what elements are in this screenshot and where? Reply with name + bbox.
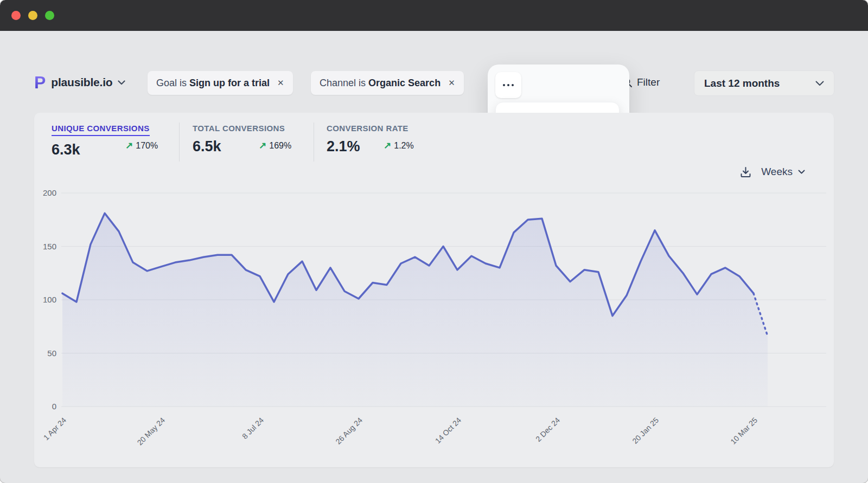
chevron-down-icon (118, 80, 125, 85)
change-value: 169% (269, 141, 291, 151)
y-axis-tick-label: 150 (43, 242, 56, 251)
chevron-down-icon (798, 170, 805, 174)
filter-prefix: Goal is (156, 78, 187, 89)
y-axis-tick-label: 100 (43, 295, 56, 304)
interval-value: Weeks (761, 166, 793, 178)
metric-change: ↗ 169% (259, 140, 291, 151)
chart-controls: Weeks (740, 166, 805, 178)
minimize-window-button[interactable] (28, 11, 37, 20)
filter-pill-goal[interactable]: Goal is Sign up for a trial ✕ (148, 71, 293, 95)
dot-icon (507, 84, 509, 86)
y-axis-tick-label: 200 (43, 188, 56, 197)
dot-icon (512, 84, 514, 86)
filter-pill-channel[interactable]: Channel is Organic Search ✕ (311, 71, 464, 95)
x-axis-tick-label: 2 Dec 24 (534, 416, 561, 443)
remove-filter-icon[interactable]: ✕ (277, 78, 284, 88)
x-axis-tick-label: 14 Oct 24 (433, 416, 463, 445)
app-window: P plausible.io Goal is Sign up for a tri… (0, 0, 868, 483)
interval-select[interactable]: Weeks (761, 166, 805, 178)
filter-value: Organic Search (368, 78, 441, 89)
site-name: plausible.io (51, 76, 112, 89)
filter-label: Filter (637, 76, 660, 88)
metric-label: CONVERSION RATE (327, 124, 409, 133)
y-axis-tick-label: 50 (47, 349, 56, 358)
x-axis-tick-label: 20 May 24 (136, 416, 167, 447)
metric-divider (179, 123, 180, 162)
dot-icon (503, 84, 505, 86)
x-axis-tick-label: 10 Mar 25 (729, 416, 759, 446)
metric-divider (314, 123, 314, 162)
x-axis-tick-label: 26 Aug 24 (334, 416, 364, 446)
change-value: 170% (136, 141, 158, 151)
more-filters-button[interactable] (495, 72, 521, 98)
dashboard-card: 0501001502001 Apr 2420 May 248 Jul 2426 … (34, 113, 834, 467)
plausible-logo-icon: P (34, 74, 46, 91)
x-axis-tick-label: 1 Apr 24 (42, 416, 68, 442)
y-axis-tick-label: 0 (52, 402, 56, 411)
trend-up-icon: ↗ (259, 140, 266, 151)
filter-value: Sign up for a trial (189, 78, 270, 89)
metric-change: ↗ 170% (125, 140, 158, 151)
date-range-select[interactable]: Last 12 months (694, 70, 834, 96)
metric-label: UNIQUE CONVERSIONS (52, 124, 150, 136)
trend-up-icon: ↗ (125, 140, 133, 151)
conversions-chart: 0501001502001 Apr 2420 May 248 Jul 2426 … (34, 113, 834, 467)
site-switcher[interactable]: P plausible.io (34, 74, 125, 91)
filter-prefix: Channel is (320, 78, 366, 89)
remove-filter-icon[interactable]: ✕ (448, 78, 455, 88)
date-range-value: Last 12 months (704, 78, 815, 89)
x-axis-tick-label: 20 Jan 25 (630, 416, 660, 446)
zoom-window-button[interactable] (45, 11, 54, 20)
x-axis-tick-label: 8 Jul 24 (240, 416, 265, 441)
close-window-button[interactable] (11, 11, 21, 20)
change-value: 1.2% (394, 141, 413, 151)
chevron-down-icon (815, 81, 824, 86)
metric-label: TOTAL CONVERSIONS (193, 124, 285, 133)
trend-up-icon: ↗ (384, 140, 391, 151)
titlebar (0, 0, 868, 31)
metric-change: ↗ 1.2% (384, 140, 414, 151)
download-icon[interactable] (740, 166, 751, 178)
